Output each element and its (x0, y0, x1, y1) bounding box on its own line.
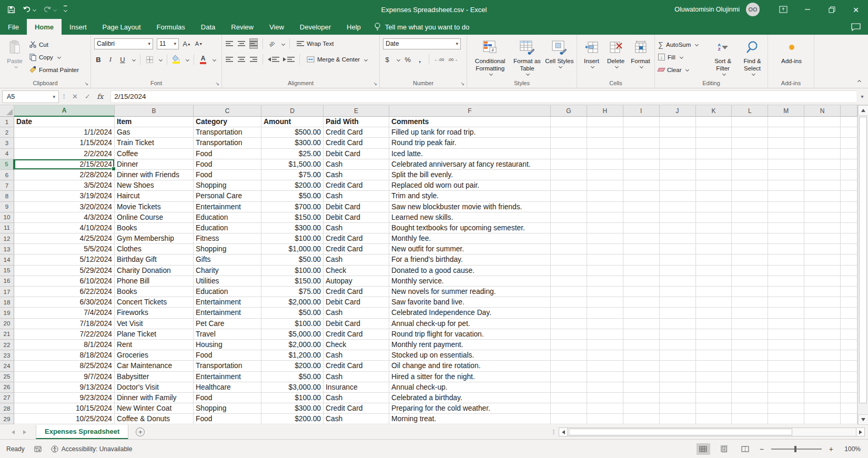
cell[interactable]: $50.00 (261, 308, 324, 318)
cell[interactable]: New Shoes (115, 180, 194, 191)
cell[interactable] (623, 361, 660, 371)
cell[interactable]: Vet Visit (115, 319, 194, 329)
cell[interactable] (732, 202, 768, 212)
cell[interactable] (623, 149, 660, 159)
cell[interactable] (551, 308, 587, 318)
cell[interactable]: Education (194, 223, 261, 233)
cell[interactable] (768, 414, 804, 424)
cell[interactable]: Debit Card (324, 212, 389, 223)
cell[interactable] (587, 191, 623, 201)
cell[interactable]: Education (194, 287, 261, 297)
cell[interactable] (623, 372, 660, 382)
cell[interactable] (841, 372, 857, 382)
cell[interactable] (587, 329, 623, 340)
cell[interactable] (660, 329, 696, 340)
scroll-up-icon[interactable] (858, 105, 868, 116)
cell[interactable]: Gym Membership (115, 233, 194, 244)
cell[interactable] (696, 350, 732, 361)
cell[interactable]: New outfit for summer. (389, 244, 551, 255)
cell[interactable]: 4/10/2024 (14, 223, 115, 233)
borders-dropdown-icon[interactable] (159, 57, 163, 61)
cell[interactable]: Fitness (194, 233, 261, 244)
undo-dropdown-icon[interactable] (33, 7, 36, 11)
cell[interactable] (841, 159, 857, 170)
row-header-12[interactable]: 12 (0, 233, 14, 244)
accessibility-checker[interactable]: Accessibility: Unavailable (51, 445, 133, 453)
cell[interactable] (551, 276, 587, 287)
merge-center-button[interactable]: Merge & Center (307, 54, 367, 65)
cell[interactable]: Gifts (194, 255, 261, 265)
cell[interactable]: Dinner with Friends (115, 170, 194, 180)
cell[interactable] (804, 414, 841, 424)
cell[interactable]: Monthly fee. (389, 233, 551, 244)
cell[interactable]: Annual check-up for pet. (389, 319, 551, 329)
cell[interactable] (696, 117, 732, 127)
row-header-29[interactable]: 29 (0, 414, 14, 424)
formula-bar-grip[interactable]: ⁞ (63, 93, 64, 100)
cell[interactable]: $200.00 (261, 414, 324, 424)
cell[interactable] (623, 329, 660, 340)
cell[interactable]: Iced latte. (389, 149, 551, 159)
cell[interactable] (587, 297, 623, 308)
cell[interactable] (841, 212, 857, 223)
cell[interactable] (587, 372, 623, 382)
cell[interactable]: Monthly service. (389, 276, 551, 287)
cell[interactable]: Category (194, 117, 261, 127)
cell[interactable]: 6/10/2024 (14, 276, 115, 287)
cell[interactable]: Charity (194, 266, 261, 276)
row-header-10[interactable]: 10 (0, 212, 14, 223)
cell[interactable] (551, 414, 587, 424)
cell[interactable] (696, 393, 732, 403)
row-header-24[interactable]: 24 (0, 361, 14, 371)
cell[interactable]: Comments (389, 117, 551, 127)
cell[interactable] (732, 414, 768, 424)
cell[interactable] (551, 138, 587, 148)
cell[interactable] (732, 127, 768, 138)
cell[interactable] (768, 233, 804, 244)
cell[interactable]: Food (194, 170, 261, 180)
row-header-19[interactable]: 19 (0, 308, 14, 318)
cell[interactable]: Credit Card (324, 329, 389, 340)
column-header-e[interactable]: E (324, 105, 389, 117)
cell[interactable]: $500.00 (261, 127, 324, 138)
font-color-dropdown-icon[interactable] (213, 57, 216, 61)
row-header-27[interactable]: 27 (0, 393, 14, 403)
cell[interactable] (732, 361, 768, 371)
hscroll-left-icon[interactable] (559, 428, 568, 436)
cell[interactable] (696, 329, 732, 340)
cell[interactable]: Shopping (194, 180, 261, 191)
cell[interactable] (623, 159, 660, 170)
cell[interactable] (804, 159, 841, 170)
cell[interactable] (587, 159, 623, 170)
cell[interactable]: Credit Card (324, 180, 389, 191)
vertical-scrollbar[interactable] (857, 105, 868, 425)
cell[interactable] (623, 382, 660, 393)
number-format-combo[interactable]: Date▾ (383, 38, 461, 49)
cell[interactable] (696, 223, 732, 233)
cell[interactable] (660, 308, 696, 318)
cell[interactable]: Train Ticket (115, 138, 194, 148)
cell[interactable] (841, 329, 857, 340)
cell[interactable] (660, 191, 696, 201)
cell[interactable] (551, 159, 587, 170)
format-painter-button[interactable]: Format Painter (29, 64, 79, 75)
cell[interactable]: Debit Card (324, 202, 389, 212)
cell[interactable]: $2,000.00 (261, 340, 324, 350)
cell[interactable] (660, 350, 696, 361)
underline-button[interactable]: U (118, 54, 127, 65)
cell[interactable] (660, 340, 696, 350)
cell[interactable] (732, 244, 768, 255)
cell[interactable] (768, 319, 804, 329)
cell[interactable]: Filled up tank for road trip. (389, 127, 551, 138)
cell[interactable]: New novels for summer reading. (389, 287, 551, 297)
cell[interactable] (768, 372, 804, 382)
cell[interactable]: Movie Tickets (115, 202, 194, 212)
cell[interactable] (623, 393, 660, 403)
cell[interactable] (551, 319, 587, 329)
scroll-down-icon[interactable] (858, 414, 868, 425)
italic-button[interactable]: I (106, 54, 115, 65)
tab-data[interactable]: Data (193, 19, 223, 35)
cell[interactable] (660, 149, 696, 159)
cell[interactable] (732, 191, 768, 201)
column-header-j[interactable]: J (660, 105, 696, 117)
